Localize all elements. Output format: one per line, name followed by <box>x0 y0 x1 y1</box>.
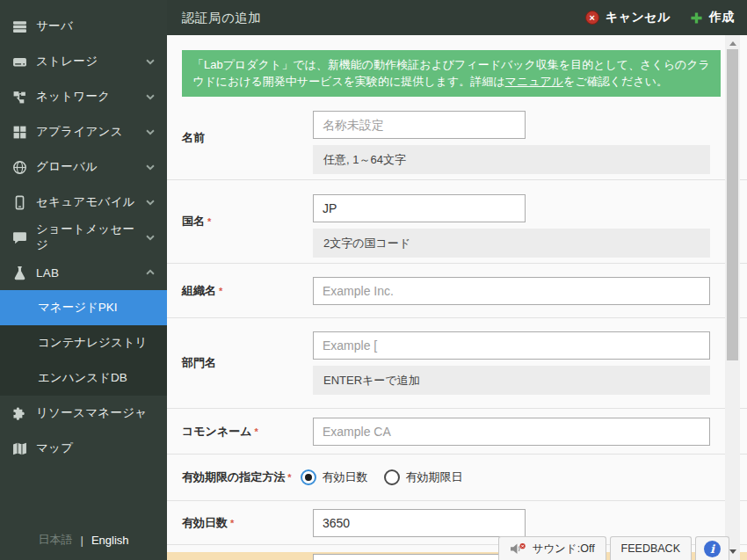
expiry-method-radio-group: 有効日数 有効期限日 <box>301 469 463 485</box>
sidebar-item-lab[interactable]: LAB <box>0 255 167 290</box>
storage-icon <box>12 55 27 69</box>
create-button[interactable]: 作成 <box>690 10 735 25</box>
cancel-x-icon: × <box>585 11 599 25</box>
feedback-label: FEEDBACK <box>621 542 680 555</box>
sidebar-item-label: アプライアンス <box>36 124 144 140</box>
organization-label: 組織名* <box>182 264 313 317</box>
sidebar-item-network[interactable]: ネットワーク <box>0 79 167 114</box>
header-actions: × キャンセル 作成 <box>585 10 735 25</box>
sound-label: サウンド:Off <box>533 542 595 556</box>
app-window: サーバ ストレージ ネットワーク <box>0 0 747 560</box>
scroll-up-arrow[interactable] <box>725 37 740 49</box>
common-name-label: コモンネーム* <box>182 409 313 454</box>
language-switcher: 日本語 | English <box>0 532 167 548</box>
server-icon <box>12 19 27 34</box>
name-input[interactable] <box>313 111 526 139</box>
radio-label: 有効期限日 <box>406 469 463 485</box>
chevron-down-icon <box>144 161 156 173</box>
country-label: 国名* <box>182 180 313 263</box>
globe-icon <box>12 160 27 175</box>
bottom-overlay-buttons: サウンド:Off FEEDBACK i <box>498 536 729 560</box>
unit-controls: ENTERキーで追加 <box>313 318 710 408</box>
scrollbar-thumb[interactable] <box>727 49 738 360</box>
required-mark: * <box>230 518 234 528</box>
info-button[interactable]: i <box>695 536 729 560</box>
common-name-input[interactable] <box>313 418 710 446</box>
sidebar-subitem-container-registry[interactable]: コンテナレジストリ <box>0 325 167 360</box>
name-label: 名前 <box>182 97 313 179</box>
sidebar-subitem-enhanced-db[interactable]: エンハンスドDB <box>0 360 167 396</box>
top-header: 認証局の追加 × キャンセル 作成 <box>167 0 747 35</box>
network-icon <box>12 90 27 105</box>
mobile-icon <box>12 195 27 210</box>
flask-icon <box>12 265 27 280</box>
puzzle-icon <box>12 406 27 421</box>
required-mark: * <box>207 216 211 227</box>
label-text: コモンネーム <box>182 424 252 440</box>
form-row-organization: 組織名* <box>167 264 747 318</box>
language-english[interactable]: English <box>91 534 129 547</box>
language-japanese[interactable]: 日本語 <box>38 532 72 548</box>
main-panel: 認証局の追加 × キャンセル 作成 「Labプロダクト」では、新機能の動作検証お… <box>167 0 747 560</box>
sidebar-item-label: ショートメッセージ <box>36 222 144 253</box>
manual-link[interactable]: マニュアル <box>505 75 564 88</box>
radio-checked-icon[interactable] <box>301 469 316 485</box>
sidebar-item-label: セキュアモバイル <box>36 194 144 210</box>
sidebar-item-label: ネットワーク <box>36 89 144 105</box>
language-separator: | <box>80 534 83 547</box>
label-text: 組織名 <box>182 283 216 299</box>
radio-label: 有効日数 <box>323 469 368 485</box>
feedback-button[interactable]: FEEDBACK <box>610 536 692 560</box>
ca-form: 名前 任意, 1～64文字 国名* 2文字の国コード <box>167 97 747 560</box>
sidebar-item-map[interactable]: マップ <box>0 431 167 466</box>
label-text: 名前 <box>182 130 205 146</box>
page-title: 認証局の追加 <box>182 10 585 26</box>
sidebar-item-appliance[interactable]: アプライアンス <box>0 114 167 149</box>
country-input[interactable] <box>313 194 526 222</box>
unit-input[interactable] <box>313 331 710 360</box>
sidebar-item-resource-manager[interactable]: リソースマネージャ <box>0 396 167 431</box>
sidebar-item-storage[interactable]: ストレージ <box>0 44 167 79</box>
sidebar-item-secure-mobile[interactable]: セキュアモバイル <box>0 185 167 220</box>
organization-input[interactable] <box>313 277 710 305</box>
vertical-scrollbar[interactable] <box>725 35 740 560</box>
sidebar-item-label: ストレージ <box>36 54 144 69</box>
unit-label: 部門名 <box>182 318 313 408</box>
sidebar-subitem-managed-pki[interactable]: マネージドPKI <box>0 290 167 325</box>
form-row-name: 名前 任意, 1～64文字 <box>167 97 747 180</box>
unit-hint: ENTERキーで追加 <box>313 366 710 395</box>
sidebar-item-label: グローバル <box>36 159 144 175</box>
cancel-label: キャンセル <box>606 10 671 25</box>
subitem-label: マネージドPKI <box>38 300 118 316</box>
required-mark: * <box>287 472 291 483</box>
sidebar-item-global[interactable]: グローバル <box>0 149 167 185</box>
create-label: 作成 <box>709 10 735 25</box>
label-text: 有効期限の指定方法 <box>182 469 285 485</box>
chat-bubble-icon <box>12 230 27 245</box>
label-text: 部門名 <box>182 355 216 371</box>
sidebar-item-server[interactable]: サーバ <box>0 9 167 44</box>
expiry-method-label: 有効期限の指定方法* <box>182 469 292 485</box>
sidebar-item-short-message[interactable]: ショートメッセージ <box>0 220 167 255</box>
label-text: 国名 <box>182 214 205 229</box>
radio-unchecked-icon[interactable] <box>384 469 400 485</box>
chevron-down-icon <box>144 231 156 244</box>
chevron-up-icon <box>144 266 156 279</box>
sidebar-item-label: LAB <box>36 266 144 280</box>
sidebar: サーバ ストレージ ネットワーク <box>0 0 167 560</box>
radio-option-valid-days[interactable]: 有効日数 <box>301 469 368 485</box>
plus-icon <box>690 11 703 25</box>
chevron-down-icon <box>144 196 156 208</box>
form-row-expiry-method: 有効期限の指定方法* 有効日数 有効期限日 <box>167 455 747 501</box>
valid-days-input[interactable] <box>313 509 526 537</box>
sidebar-item-label: マップ <box>36 440 156 456</box>
organization-controls <box>313 264 710 317</box>
radio-option-expiry-date[interactable]: 有効期限日 <box>384 469 463 485</box>
cancel-button[interactable]: × キャンセル <box>585 10 671 25</box>
sound-toggle-button[interactable]: サウンド:Off <box>498 536 606 560</box>
lab-notice-banner: 「Labプロダクト」では、新機能の動作検証およびフィードバック収集を目的として、… <box>182 50 721 97</box>
country-controls: 2文字の国コード <box>313 180 710 263</box>
name-controls: 任意, 1～64文字 <box>313 97 710 179</box>
chevron-down-icon <box>144 55 156 68</box>
subitem-label: コンテナレジストリ <box>38 335 147 351</box>
